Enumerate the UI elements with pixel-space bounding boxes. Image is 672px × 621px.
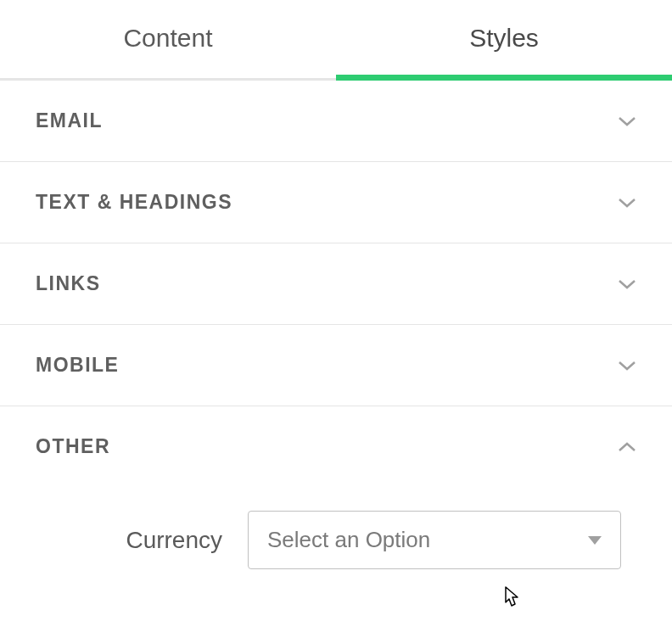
dropdown-arrow-icon: [588, 536, 602, 545]
tab-content[interactable]: Content: [0, 0, 336, 78]
currency-select-wrapper: Select an Option: [248, 511, 621, 569]
section-mobile[interactable]: MOBILE: [0, 325, 672, 406]
section-other-content: Currency Select an Option: [0, 487, 672, 603]
chevron-down-icon: [618, 356, 636, 375]
section-other-title: OTHER: [36, 435, 110, 458]
currency-select-placeholder: Select an Option: [267, 527, 430, 553]
tab-content-label: Content: [123, 24, 212, 52]
tab-styles[interactable]: Styles: [336, 0, 672, 78]
chevron-down-icon: [618, 112, 636, 131]
section-mobile-title: MOBILE: [36, 354, 119, 377]
currency-select[interactable]: Select an Option: [248, 511, 621, 569]
section-other[interactable]: OTHER: [0, 406, 672, 487]
chevron-down-icon: [618, 275, 636, 294]
section-text-headings-title: TEXT & HEADINGS: [36, 191, 232, 214]
section-links[interactable]: LINKS: [0, 243, 672, 325]
chevron-up-icon: [618, 438, 636, 456]
tabs-bar: Content Styles: [0, 0, 672, 81]
section-text-headings[interactable]: TEXT & HEADINGS: [0, 162, 672, 243]
section-links-title: LINKS: [36, 272, 101, 295]
section-email-title: EMAIL: [36, 109, 103, 132]
chevron-down-icon: [618, 193, 636, 212]
tab-styles-label: Styles: [469, 24, 539, 52]
section-email[interactable]: EMAIL: [0, 81, 672, 162]
currency-label: Currency: [36, 527, 248, 554]
